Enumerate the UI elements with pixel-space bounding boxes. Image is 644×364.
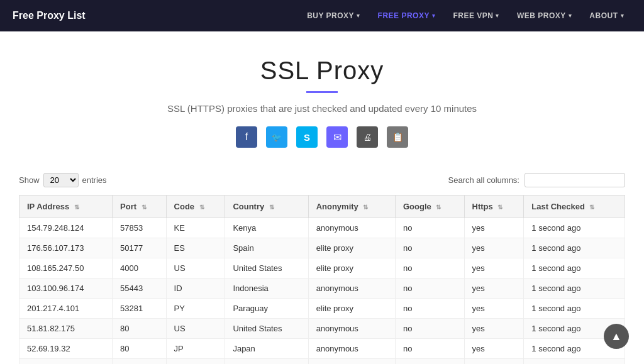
cell-https: yes [464,339,524,359]
hero-description: SSL (HTTPS) proxies that are just checke… [13,103,631,114]
cell-https: yes [464,258,524,279]
cell-google: no [395,299,464,319]
cell-ip: 176.56.107.173 [19,238,113,258]
col-google[interactable]: Google ⇅ [395,196,464,218]
cell-https: yes [464,218,524,238]
cell-anonymity: anonymous [308,218,395,238]
table-row: 52.167.12.183 1080 US United States elit… [19,359,625,365]
cell-port: 4000 [113,258,167,279]
nav-item-web-proxy[interactable]: WEB PROXY ▾ [509,6,579,25]
cell-last-checked: 1 second ago [524,258,625,279]
cell-port: 50177 [113,238,167,258]
search-all-control: Search all columns: [448,173,625,187]
cell-port: 57853 [113,218,167,238]
cell-port: 80 [113,339,167,359]
navbar: Free Proxy List BUY PROXY ▾ FREE PROXY ▾… [0,0,644,31]
cell-code: JP [166,339,225,359]
cell-google: no [395,319,464,339]
cell-code: US [166,319,225,339]
sort-icon: ⇅ [142,204,147,211]
chevron-down-icon: ▾ [432,13,436,19]
cell-https: yes [464,238,524,258]
search-label: Search all columns: [448,175,519,185]
hero-section: SSL Proxy SSL (HTTPS) proxies that are j… [0,31,644,167]
nav-item-free-vpn[interactable]: FREE VPN ▾ [445,6,507,25]
sort-icon: ⇅ [589,204,594,211]
cell-anonymity: anonymous [308,339,395,359]
cell-ip: 108.165.247.50 [19,258,113,279]
col-port[interactable]: Port ⇅ [113,196,167,218]
scroll-top-button[interactable]: ▲ [604,324,629,349]
facebook-icon[interactable]: f [236,126,257,148]
chevron-down-icon: ▾ [621,13,625,19]
cell-anonymity: elite proxy [308,299,395,319]
cell-anonymity: anonymous [308,319,395,339]
cell-anonymity: elite proxy [308,238,395,258]
entries-select[interactable]: 20 10 50 100 [43,173,79,187]
nav-item-buy-proxy[interactable]: BUY PROXY ▾ [299,6,367,25]
cell-code: PY [166,299,225,319]
twitter-icon[interactable]: 🐦 [266,126,287,148]
col-anonymity[interactable]: Anonymity ⇅ [308,196,395,218]
cell-google: no [395,339,464,359]
cell-last-checked: 1 second ago [524,359,625,365]
table-row: 51.81.82.175 80 US United States anonymo… [19,319,625,339]
cell-code: KE [166,218,225,238]
table-row: 108.165.247.50 4000 US United States eli… [19,258,625,279]
cell-code: ID [166,279,225,299]
col-ip[interactable]: IP Address ⇅ [19,196,113,218]
email-icon[interactable]: ✉ [326,126,348,148]
show-entries-control: Show 20 10 50 100 entries [19,173,107,187]
cell-last-checked: 1 second ago [524,299,625,319]
cell-country: Kenya [225,218,308,238]
copy-icon[interactable]: 📋 [387,126,408,148]
cell-https: yes [464,319,524,339]
cell-country: Spain [225,238,308,258]
cell-google: no [395,238,464,258]
cell-port: 55443 [113,279,167,299]
table-row: 154.79.248.124 57853 KE Kenya anonymous … [19,218,625,238]
col-country[interactable]: Country ⇅ [225,196,308,218]
cell-last-checked: 1 second ago [524,218,625,238]
cell-code: ES [166,238,225,258]
cell-code: US [166,359,225,365]
proxy-table: IP Address ⇅ Port ⇅ Code ⇅ Country ⇅ Ano… [19,195,625,364]
cell-https: yes [464,299,524,319]
nav-item-about[interactable]: ABOUT ▾ [582,6,631,25]
sort-icon: ⇅ [436,204,441,211]
cell-https: yes [464,359,524,365]
col-last-checked[interactable]: Last Checked ⇅ [524,196,625,218]
col-code[interactable]: Code ⇅ [166,196,225,218]
skype-icon[interactable]: S [296,126,318,148]
cell-ip: 154.79.248.124 [19,218,113,238]
table-row: 103.100.96.174 55443 ID Indonesia anonym… [19,279,625,299]
table-controls: Show 20 10 50 100 entries Search all col… [19,173,625,187]
sort-icon: ⇅ [497,204,502,211]
cell-country: United States [225,319,308,339]
table-header-row: IP Address ⇅ Port ⇅ Code ⇅ Country ⇅ Ano… [19,196,625,218]
cell-country: Paraguay [225,299,308,319]
cell-ip: 201.217.4.101 [19,299,113,319]
table-row: 52.69.19.32 80 JP Japan anonymous no yes… [19,339,625,359]
table-area: Show 20 10 50 100 entries Search all col… [0,167,644,364]
cell-last-checked: 1 second ago [524,238,625,258]
nav-item-free-proxy[interactable]: FREE PROXY ▾ [370,6,443,25]
search-input[interactable] [525,173,625,187]
cell-port: 80 [113,319,167,339]
print-icon[interactable]: 🖨 [357,126,378,148]
sort-icon: ⇅ [269,204,274,211]
social-icons-row: f 🐦 S ✉ 🖨 📋 [13,126,631,148]
cell-google: no [395,258,464,279]
table-row: 176.56.107.173 50177 ES Spain elite prox… [19,238,625,258]
page-title: SSL Proxy [13,57,631,85]
cell-https: yes [464,279,524,299]
cell-country: United States [225,258,308,279]
sort-icon: ⇅ [363,204,368,211]
cell-last-checked: 1 second ago [524,279,625,299]
entries-label: entries [82,175,107,185]
col-https[interactable]: Https ⇅ [464,196,524,218]
chevron-down-icon: ▾ [569,13,572,19]
cell-ip: 52.167.12.183 [19,359,113,365]
cell-google: no [395,279,464,299]
chevron-down-icon: ▾ [496,13,499,19]
